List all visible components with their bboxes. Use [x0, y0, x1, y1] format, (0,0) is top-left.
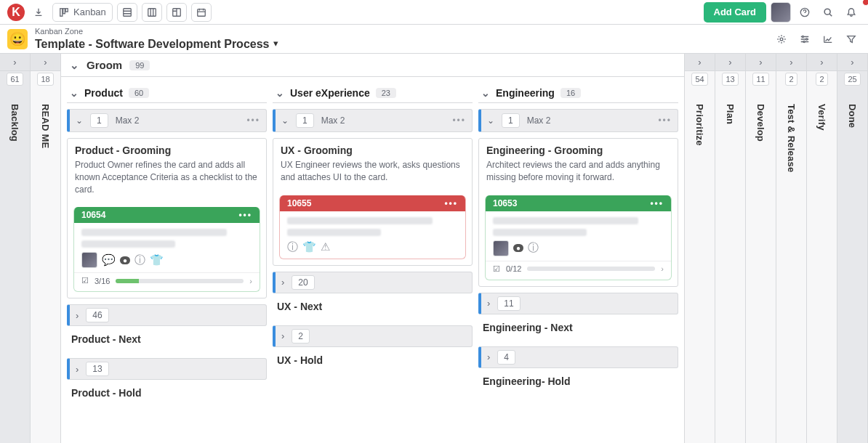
collapsed-column-plan[interactable]: ›13Plan [715, 54, 746, 443]
collapse-icon[interactable]: ⌄ [70, 59, 79, 72]
more-menu-icon[interactable]: ••• [452, 115, 466, 126]
lane-header[interactable]: ⌄Product60 [67, 83, 267, 103]
task-more-icon[interactable]: ••• [444, 198, 458, 208]
view-calendar-icon[interactable] [191, 3, 212, 22]
sub-section-header[interactable]: ›4 [478, 346, 678, 368]
task-more-icon[interactable]: ••• [238, 210, 252, 220]
sub-section-header[interactable]: ›46 [67, 304, 267, 326]
view-columns-icon[interactable] [142, 3, 162, 22]
expand-icon[interactable]: › [76, 364, 79, 375]
sub-section-header[interactable]: ›20 [273, 272, 473, 293]
sub-section-header[interactable]: ›11 [478, 293, 678, 314]
expand-icon[interactable]: › [661, 264, 664, 273]
expand-icon[interactable]: › [76, 310, 79, 321]
topbar-right: Add Card [704, 2, 861, 23]
attachment-icon[interactable]: ● [120, 256, 130, 264]
chat-icon[interactable]: 💬 [102, 253, 116, 267]
expand-arrow-icon[interactable]: › [837, 54, 867, 71]
column-info-desc: Product Owner refines the card and adds … [68, 158, 266, 201]
page-title[interactable]: Template - Software Development Process [35, 37, 269, 51]
expand-icon[interactable]: › [281, 277, 284, 288]
topbar-left: Kanban [7, 3, 212, 22]
main-column-title: Groom [87, 59, 122, 71]
chart-line-icon[interactable] [819, 30, 837, 49]
wip-max-label: Max 2 [116, 115, 140, 126]
collapsed-label: Develop [755, 104, 766, 142]
wip-header[interactable]: ⌄1Max 2••• [478, 109, 678, 132]
wip-header[interactable]: ⌄1Max 2••• [67, 109, 267, 132]
collapsed-column-verify[interactable]: ›2Verify [807, 54, 837, 443]
expand-icon[interactable]: › [487, 298, 490, 309]
more-menu-icon[interactable]: ••• [658, 115, 672, 126]
info-icon[interactable]: ⓘ [287, 240, 298, 254]
expand-arrow-icon[interactable]: › [685, 54, 715, 71]
sub-section-header[interactable]: ›13 [67, 358, 267, 380]
more-menu-icon[interactable]: ••• [246, 115, 260, 126]
filter-sliders-icon[interactable] [795, 30, 814, 49]
user-avatar[interactable] [771, 2, 791, 23]
expand-icon[interactable]: › [281, 330, 284, 341]
collapse-icon[interactable]: ⌄ [487, 115, 494, 126]
sub-section-count: 11 [497, 296, 520, 311]
download-icon[interactable] [29, 3, 48, 22]
wip-header[interactable]: ⌄1Max 2••• [273, 109, 473, 132]
view-list-icon[interactable] [117, 3, 137, 22]
expand-icon[interactable]: › [249, 277, 252, 285]
view-split-icon[interactable] [166, 3, 187, 22]
assignee-avatar[interactable] [81, 252, 97, 268]
add-card-button[interactable]: Add Card [704, 2, 767, 23]
funnel-filter-icon[interactable] [842, 30, 861, 49]
collapsed-column-readme[interactable]: › 18 READ ME [31, 54, 61, 443]
expand-icon[interactable]: › [487, 351, 490, 362]
collapse-icon[interactable]: ⌄ [481, 87, 490, 99]
expand-arrow-icon[interactable]: › [715, 54, 745, 71]
collapsed-count: 54 [691, 73, 707, 86]
shirt-size-icon[interactable]: 👕 [302, 240, 316, 253]
title-dropdown-icon[interactable]: ▾ [273, 38, 278, 49]
board-emoji-icon[interactable]: 😀 [7, 29, 28, 49]
lane-header[interactable]: ⌄User eXperience23 [273, 83, 473, 103]
lane-count: 60 [129, 88, 149, 98]
task-card[interactable]: 10655•••ⓘ👕⚠ [279, 195, 466, 259]
collapse-icon[interactable]: ⌄ [76, 115, 83, 126]
link-badge[interactable]: ● [513, 244, 523, 252]
info-icon[interactable]: ⓘ [528, 241, 539, 255]
collapsed-column-backlog[interactable]: › 61 Backlog [0, 54, 31, 443]
collapsed-column-develop[interactable]: ›11Develop [746, 54, 776, 443]
shirt-size-icon[interactable]: 👕 [150, 253, 164, 267]
collapsed-column-test-release[interactable]: ›2Test & Release [776, 54, 807, 443]
title-actions [772, 30, 861, 49]
help-icon[interactable] [795, 3, 814, 22]
collapsed-column-prioritize[interactable]: ›54Prioritize [685, 54, 715, 443]
lane-engineering: ⌄Engineering16⌄1Max 2•••Engineering - Gr… [478, 83, 678, 437]
assignee-avatar[interactable] [493, 240, 509, 256]
info-icon[interactable]: ⓘ [134, 253, 145, 267]
view-mode-kanban[interactable]: Kanban [52, 3, 113, 22]
task-meta-icons: 💬●ⓘ👕 [81, 252, 252, 268]
sub-section-header[interactable]: ›2 [273, 325, 473, 347]
task-card[interactable]: 10653•••●ⓘ☑0/12› [485, 195, 672, 280]
lane-title: Product [84, 87, 123, 99]
task-more-icon[interactable]: ••• [650, 198, 664, 208]
column-info-title: UX - Grooming [273, 139, 472, 158]
collapse-icon[interactable]: ⌄ [70, 87, 79, 99]
settings-gear-icon[interactable] [772, 30, 791, 49]
expand-arrow-icon[interactable]: › [0, 54, 30, 71]
expand-arrow-icon[interactable]: › [31, 54, 60, 71]
collapse-icon[interactable]: ⌄ [281, 115, 289, 126]
notifications-icon[interactable] [842, 3, 861, 22]
progress-text: 0/12 [506, 264, 521, 273]
search-icon[interactable] [819, 3, 837, 22]
expand-arrow-icon[interactable]: › [776, 54, 806, 71]
app-logo[interactable] [7, 4, 25, 21]
warning-icon[interactable]: ⚠ [321, 240, 330, 253]
expand-arrow-icon[interactable]: › [807, 54, 837, 71]
svg-point-12 [803, 41, 805, 42]
main-column-header[interactable]: ⌄ Groom 99 [61, 54, 684, 77]
lane-header[interactable]: ⌄Engineering16 [478, 83, 678, 103]
lanes: ⌄Product60⌄1Max 2•••Product - GroomingPr… [61, 77, 684, 443]
expand-arrow-icon[interactable]: › [746, 54, 776, 71]
task-card[interactable]: 10654•••💬●ⓘ👕☑3/16› [73, 207, 260, 292]
collapsed-column-done[interactable]: ›25Done [837, 54, 868, 443]
collapse-icon[interactable]: ⌄ [276, 87, 284, 99]
